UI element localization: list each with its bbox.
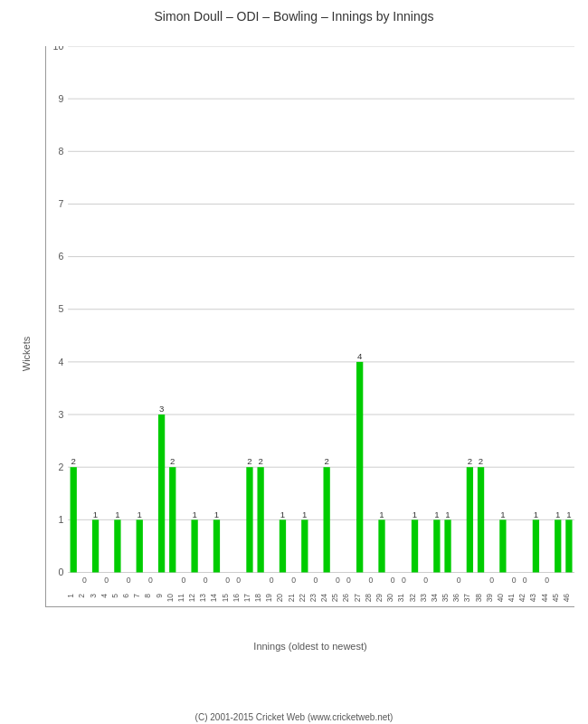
svg-text:25: 25 bbox=[330, 594, 339, 603]
svg-text:39: 39 bbox=[485, 594, 494, 603]
svg-text:8: 8 bbox=[143, 594, 152, 598]
svg-text:0: 0 bbox=[457, 576, 461, 585]
copyright: (C) 2001-2015 Cricket Web (www.cricketwe… bbox=[0, 712, 588, 722]
svg-text:1: 1 bbox=[555, 510, 560, 519]
svg-text:38: 38 bbox=[473, 594, 482, 603]
svg-text:1: 1 bbox=[379, 510, 384, 519]
svg-text:35: 35 bbox=[441, 594, 450, 603]
svg-rect-22 bbox=[71, 467, 77, 572]
chart-container: Simon Doull – ODI – Bowling – Innings by… bbox=[0, 0, 588, 724]
svg-text:15: 15 bbox=[220, 594, 229, 603]
svg-text:2: 2 bbox=[247, 457, 251, 467]
svg-text:0: 0 bbox=[402, 576, 406, 585]
svg-rect-37 bbox=[137, 519, 143, 572]
svg-text:10: 10 bbox=[52, 46, 63, 52]
svg-text:2: 2 bbox=[77, 594, 86, 598]
svg-text:19: 19 bbox=[264, 594, 273, 603]
svg-text:0: 0 bbox=[82, 576, 87, 585]
svg-rect-135 bbox=[565, 519, 572, 572]
svg-text:2: 2 bbox=[479, 457, 483, 467]
svg-text:9: 9 bbox=[58, 94, 63, 104]
svg-text:24: 24 bbox=[319, 594, 328, 603]
svg-text:34: 34 bbox=[430, 594, 439, 603]
svg-text:43: 43 bbox=[528, 594, 537, 603]
svg-text:5: 5 bbox=[58, 305, 63, 315]
svg-text:40: 40 bbox=[496, 594, 505, 603]
svg-text:0: 0 bbox=[545, 576, 549, 585]
svg-text:0: 0 bbox=[127, 576, 131, 585]
svg-text:0: 0 bbox=[391, 576, 395, 585]
svg-text:4: 4 bbox=[357, 351, 362, 361]
svg-rect-42 bbox=[158, 414, 165, 572]
svg-text:0: 0 bbox=[104, 576, 109, 585]
svg-text:0: 0 bbox=[182, 576, 186, 585]
svg-text:1: 1 bbox=[566, 510, 571, 519]
y-axis-label: Wickets bbox=[21, 337, 32, 372]
svg-text:0: 0 bbox=[423, 576, 428, 585]
svg-text:36: 36 bbox=[451, 594, 460, 603]
svg-rect-65 bbox=[257, 467, 263, 572]
svg-rect-127 bbox=[533, 519, 539, 572]
chart-title: Simon Doull – ODI – Bowling – Innings by… bbox=[0, 0, 588, 28]
svg-text:2: 2 bbox=[170, 457, 175, 467]
svg-rect-99 bbox=[412, 519, 418, 572]
svg-text:2: 2 bbox=[58, 462, 63, 472]
svg-text:1: 1 bbox=[138, 510, 142, 519]
svg-text:30: 30 bbox=[385, 594, 394, 603]
svg-text:1: 1 bbox=[192, 510, 196, 519]
svg-text:1: 1 bbox=[115, 510, 119, 519]
svg-text:37: 37 bbox=[462, 594, 471, 603]
svg-rect-104 bbox=[433, 519, 440, 572]
svg-text:1: 1 bbox=[58, 515, 63, 525]
svg-text:42: 42 bbox=[517, 594, 526, 603]
svg-text:21: 21 bbox=[287, 594, 296, 603]
svg-rect-120 bbox=[499, 519, 506, 572]
svg-text:11: 11 bbox=[176, 594, 185, 603]
svg-text:1: 1 bbox=[434, 510, 439, 519]
x-axis-label: Innings (oldest to newest) bbox=[253, 641, 366, 652]
svg-rect-80 bbox=[324, 467, 330, 572]
svg-text:1: 1 bbox=[214, 510, 219, 519]
svg-text:1: 1 bbox=[413, 510, 417, 519]
svg-text:2: 2 bbox=[71, 457, 76, 467]
svg-text:31: 31 bbox=[396, 594, 405, 603]
svg-rect-50 bbox=[191, 519, 197, 572]
svg-text:1: 1 bbox=[445, 510, 450, 519]
svg-text:2: 2 bbox=[468, 457, 472, 467]
svg-text:46: 46 bbox=[562, 594, 571, 603]
svg-text:29: 29 bbox=[375, 594, 384, 603]
svg-text:41: 41 bbox=[507, 594, 516, 603]
svg-text:0: 0 bbox=[314, 576, 318, 585]
svg-text:1: 1 bbox=[500, 510, 505, 519]
svg-text:0: 0 bbox=[291, 576, 296, 585]
svg-text:18: 18 bbox=[253, 594, 262, 603]
svg-rect-92 bbox=[378, 519, 384, 572]
svg-text:7: 7 bbox=[58, 199, 63, 209]
chart-svg: 0123456789102102130415061708392100111120… bbox=[46, 46, 574, 606]
svg-text:2: 2 bbox=[258, 457, 262, 467]
svg-rect-27 bbox=[92, 519, 99, 572]
svg-text:20: 20 bbox=[275, 594, 284, 603]
svg-text:45: 45 bbox=[551, 594, 560, 603]
svg-text:17: 17 bbox=[242, 594, 251, 603]
svg-text:10: 10 bbox=[166, 594, 175, 603]
svg-text:1: 1 bbox=[302, 510, 307, 519]
svg-text:32: 32 bbox=[407, 594, 416, 603]
svg-text:13: 13 bbox=[198, 594, 207, 603]
svg-text:33: 33 bbox=[419, 594, 428, 603]
svg-text:23: 23 bbox=[308, 594, 318, 603]
svg-text:28: 28 bbox=[364, 594, 373, 603]
svg-text:0: 0 bbox=[148, 576, 153, 585]
svg-rect-70 bbox=[280, 519, 286, 572]
svg-rect-55 bbox=[213, 519, 220, 572]
svg-text:1: 1 bbox=[93, 510, 98, 519]
svg-text:0: 0 bbox=[236, 576, 241, 585]
svg-rect-112 bbox=[467, 467, 473, 572]
svg-text:0: 0 bbox=[58, 567, 63, 577]
svg-text:8: 8 bbox=[58, 147, 63, 157]
plot-area: 0123456789102102130415061708392100111120… bbox=[45, 46, 574, 607]
svg-text:3: 3 bbox=[88, 594, 97, 598]
svg-text:14: 14 bbox=[209, 594, 218, 603]
svg-text:16: 16 bbox=[232, 594, 241, 603]
svg-text:0: 0 bbox=[489, 576, 494, 585]
